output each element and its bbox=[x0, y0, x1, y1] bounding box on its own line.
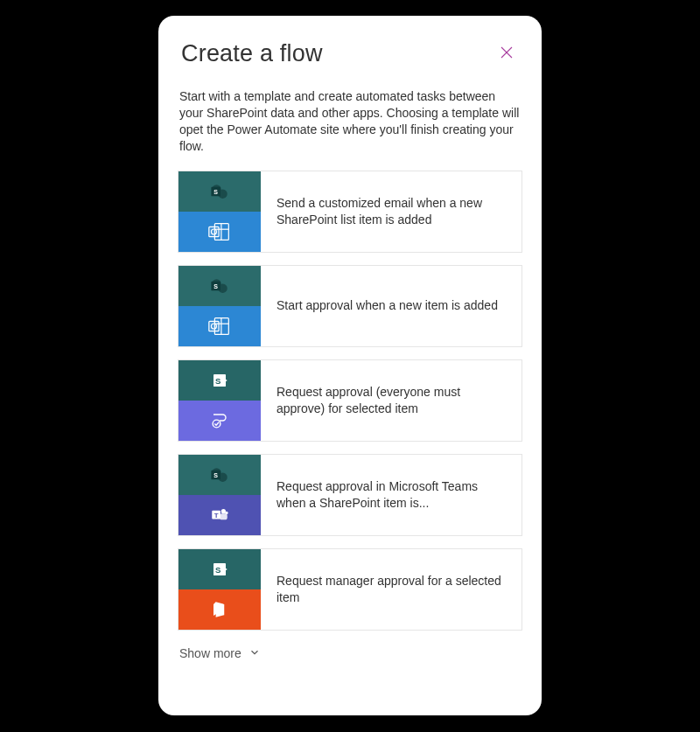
create-flow-panel: Create a flow Start with a template and … bbox=[158, 16, 542, 715]
teams-icon: T bbox=[178, 495, 261, 535]
svg-text:S: S bbox=[214, 282, 218, 289]
chevron-down-icon bbox=[248, 646, 261, 661]
svg-point-23 bbox=[213, 420, 220, 428]
show-more-label: Show more bbox=[179, 646, 242, 660]
close-button[interactable] bbox=[494, 42, 519, 66]
sharepoint-icon: S bbox=[178, 266, 261, 306]
template-label: Start approval when a new item is added bbox=[261, 266, 522, 346]
svg-rect-18 bbox=[209, 321, 219, 331]
svg-text:T: T bbox=[214, 511, 219, 519]
sharepoint-icon: S bbox=[178, 455, 261, 495]
template-icons: S bbox=[178, 171, 261, 252]
flow-template[interactable]: S Send a customized email when a new Sha… bbox=[178, 171, 522, 253]
panel-header: Create a flow bbox=[178, 40, 522, 67]
svg-rect-30 bbox=[220, 513, 228, 519]
template-list: S Send a customized email when a new Sha… bbox=[178, 171, 522, 631]
template-label: Request manager approval for a selected … bbox=[261, 549, 522, 630]
show-more-button[interactable]: Show more bbox=[178, 645, 262, 663]
template-label: Request approval in Microsoft Teams when… bbox=[261, 455, 522, 535]
close-icon bbox=[499, 45, 514, 63]
template-icons: S bbox=[178, 266, 261, 346]
svg-text:S: S bbox=[214, 471, 218, 478]
sharepoint-icon: S bbox=[178, 549, 261, 589]
outlook-icon bbox=[178, 306, 261, 346]
template-label: Send a customized email when a new Share… bbox=[261, 171, 522, 252]
template-icons: S bbox=[178, 360, 261, 441]
sharepoint-icon: S bbox=[178, 171, 261, 212]
approval-icon bbox=[178, 401, 261, 441]
sharepoint-icon: S bbox=[178, 360, 261, 401]
panel-title: Create a flow bbox=[181, 40, 323, 67]
office-icon bbox=[178, 589, 261, 630]
svg-text:S: S bbox=[215, 564, 221, 574]
flow-template[interactable]: S Start approval when a new item is adde… bbox=[178, 265, 522, 347]
template-icons: S T bbox=[178, 455, 261, 535]
svg-text:S: S bbox=[214, 188, 218, 194]
outlook-icon bbox=[178, 212, 261, 252]
flow-template[interactable]: S Request manager approval for a selecte… bbox=[178, 548, 522, 631]
template-icons: S bbox=[178, 549, 261, 630]
svg-text:S: S bbox=[215, 375, 221, 385]
panel-description: Start with a template and create automat… bbox=[178, 88, 522, 155]
svg-rect-9 bbox=[209, 227, 219, 236]
flow-template[interactable]: S T Request approval in Microsoft Teams … bbox=[178, 454, 522, 536]
flow-template[interactable]: S Request approval (everyone must approv… bbox=[178, 359, 522, 442]
template-label: Request approval (everyone must approve)… bbox=[261, 360, 522, 441]
